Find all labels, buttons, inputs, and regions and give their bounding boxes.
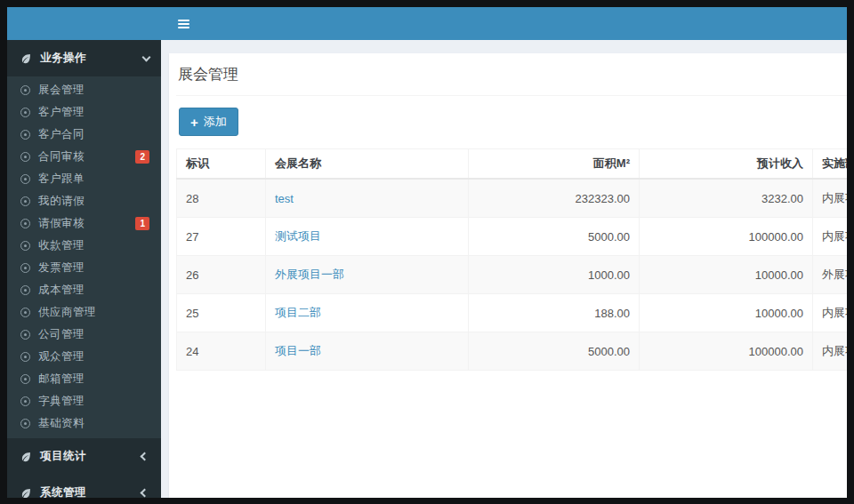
- content-panel: 展会管理 + 添加 标识 会展名称: [169, 53, 847, 498]
- page-title: 展会管理: [176, 64, 847, 96]
- cell-area: 1000.00: [469, 256, 640, 294]
- dot-circle-icon: [20, 352, 30, 362]
- sidebar-section-header[interactable]: 项目统计: [7, 438, 161, 475]
- cell-department: 内展项目: [813, 332, 848, 371]
- sidebar-item[interactable]: 客户合同: [7, 124, 161, 146]
- sidebar-item[interactable]: 观众管理: [7, 346, 161, 368]
- cell-area: 232323.00: [469, 179, 640, 218]
- sidebar-section-label: 项目统计: [40, 449, 133, 464]
- exhibition-name-link[interactable]: 项目一部: [275, 344, 321, 357]
- chevron-icon: [141, 452, 149, 461]
- sidebar-item[interactable]: 我的请假: [7, 190, 161, 212]
- cell-id: 24: [177, 332, 266, 371]
- dot-circle-icon: [20, 374, 30, 384]
- leaf-icon: [20, 487, 32, 499]
- table-row: 24 项目一部 5000.00 100000.00 内展项目: [177, 332, 848, 371]
- admin-app: 业务操作 展会管理 客户管理 客户合同 合同审核 2 客户跟单 我的请假 请假审…: [7, 7, 847, 498]
- screen-frame: 业务操作 展会管理 客户管理 客户合同 合同审核 2 客户跟单 我的请假 请假审…: [0, 0, 854, 504]
- dot-circle-icon: [20, 152, 30, 162]
- dot-circle-icon: [20, 330, 30, 340]
- exhibition-name-link[interactable]: 外展项目一部: [275, 268, 344, 281]
- main-area: 展会管理 + 添加 标识 会展名称: [161, 7, 847, 498]
- sidebar-item-label: 请假审核: [38, 217, 127, 230]
- dot-circle-icon: [20, 241, 30, 251]
- column-header-income: 预计收入: [640, 149, 813, 180]
- dot-circle-icon: [20, 263, 30, 273]
- cell-id: 28: [177, 179, 266, 218]
- column-header-department: 实施部门: [813, 149, 848, 180]
- sidebar-menu: 业务操作 展会管理 客户管理 客户合同 合同审核 2 客户跟单 我的请假 请假审…: [7, 40, 161, 498]
- table-row: 25 项目二部 188.00 10000.00 内展项目: [177, 294, 848, 332]
- sidebar-item-label: 合同审核: [38, 150, 127, 164]
- sidebar-item[interactable]: 展会管理: [7, 79, 161, 101]
- sidebar-item-label: 基础资料: [38, 417, 149, 430]
- cell-department: 内展项目: [813, 294, 848, 332]
- chevron-icon: [142, 52, 151, 61]
- table-header-row: 标识 会展名称 面积M² 预计收入 实施部门: [177, 149, 848, 180]
- sidebar-submenu: 展会管理 客户管理 客户合同 合同审核 2 客户跟单 我的请假 请假审核 1 收…: [7, 76, 161, 438]
- add-button[interactable]: + 添加: [179, 108, 238, 136]
- hamburger-menu-icon[interactable]: [174, 15, 193, 33]
- exhibition-name-link[interactable]: test: [275, 192, 294, 205]
- topbar: [161, 7, 847, 40]
- sidebar-item-label: 收款管理: [38, 239, 149, 252]
- sidebar-item[interactable]: 发票管理: [7, 257, 161, 279]
- cell-income: 100000.00: [640, 218, 813, 256]
- sidebar-item-label: 客户跟单: [38, 172, 149, 186]
- sidebar-item-label: 邮箱管理: [38, 372, 149, 386]
- sidebar-section-header[interactable]: 业务操作: [7, 40, 161, 76]
- sidebar-item-label: 我的请假: [38, 195, 149, 208]
- dot-circle-icon: [20, 308, 30, 317]
- sidebar-item-label: 成本管理: [38, 284, 149, 297]
- sidebar-item-label: 供应商管理: [38, 306, 149, 319]
- dot-circle-icon: [20, 108, 30, 117]
- exhibition-name-link[interactable]: 项目二部: [275, 306, 321, 319]
- leaf-icon: [20, 52, 32, 65]
- sidebar-item-label: 观众管理: [38, 350, 149, 364]
- sidebar-item[interactable]: 公司管理: [7, 324, 161, 346]
- sidebar-item[interactable]: 字典管理: [7, 390, 161, 412]
- chevron-icon: [141, 489, 149, 498]
- cell-id: 26: [177, 256, 266, 294]
- exhibition-name-link[interactable]: 测试项目: [275, 229, 321, 243]
- sidebar-item[interactable]: 客户管理: [7, 101, 161, 124]
- sidebar: 业务操作 展会管理 客户管理 客户合同 合同审核 2 客户跟单 我的请假 请假审…: [7, 7, 161, 498]
- table-row: 26 外展项目一部 1000.00 10000.00 外展项目: [177, 256, 848, 294]
- dot-circle-icon: [20, 130, 30, 140]
- table-row: 28 test 232323.00 3232.00 内展项目: [177, 179, 848, 218]
- plus-icon: +: [190, 116, 198, 128]
- sidebar-item[interactable]: 基础资料: [7, 412, 161, 435]
- sidebar-item[interactable]: 供应商管理: [7, 301, 161, 324]
- sidebar-item[interactable]: 请假审核 1: [7, 212, 161, 235]
- cell-income: 10000.00: [640, 294, 813, 332]
- sidebar-section-header[interactable]: 系统管理: [7, 475, 161, 498]
- content-area: 展会管理 + 添加 标识 会展名称: [161, 40, 847, 498]
- sidebar-item[interactable]: 合同审核 2: [7, 146, 161, 168]
- leaf-icon: [20, 451, 32, 463]
- sidebar-item-label: 展会管理: [38, 84, 149, 97]
- sidebar-item[interactable]: 收款管理: [7, 235, 161, 257]
- sidebar-item[interactable]: 成本管理: [7, 279, 161, 301]
- cell-id: 25: [177, 294, 266, 332]
- cell-income: 100000.00: [640, 332, 813, 371]
- logo-area: [7, 7, 161, 40]
- cell-department: 外展项目: [813, 256, 848, 294]
- cell-income: 3232.00: [640, 179, 813, 218]
- table-body: 28 test 232323.00 3232.00 内展项目 27 测试项目 5…: [177, 179, 848, 371]
- dot-circle-icon: [20, 219, 30, 228]
- dot-circle-icon: [20, 174, 30, 184]
- sidebar-item-label: 发票管理: [38, 261, 149, 275]
- sidebar-item[interactable]: 客户跟单: [7, 168, 161, 190]
- sidebar-item-label: 客户合同: [38, 128, 149, 141]
- sidebar-item-label: 客户管理: [38, 106, 149, 119]
- sidebar-section-label: 业务操作: [40, 51, 135, 66]
- dot-circle-icon: [20, 196, 30, 206]
- sidebar-item[interactable]: 邮箱管理: [7, 368, 161, 390]
- cell-department: 内展项目: [813, 218, 848, 256]
- dot-circle-icon: [20, 285, 30, 295]
- column-header-area: 面积M²: [469, 149, 640, 180]
- dot-circle-icon: [20, 419, 30, 428]
- sidebar-item-label: 字典管理: [38, 395, 149, 408]
- exhibition-table: 标识 会展名称 面积M² 预计收入 实施部门 28 test 232323.00…: [176, 148, 847, 371]
- sidebar-section-label: 系统管理: [40, 485, 133, 498]
